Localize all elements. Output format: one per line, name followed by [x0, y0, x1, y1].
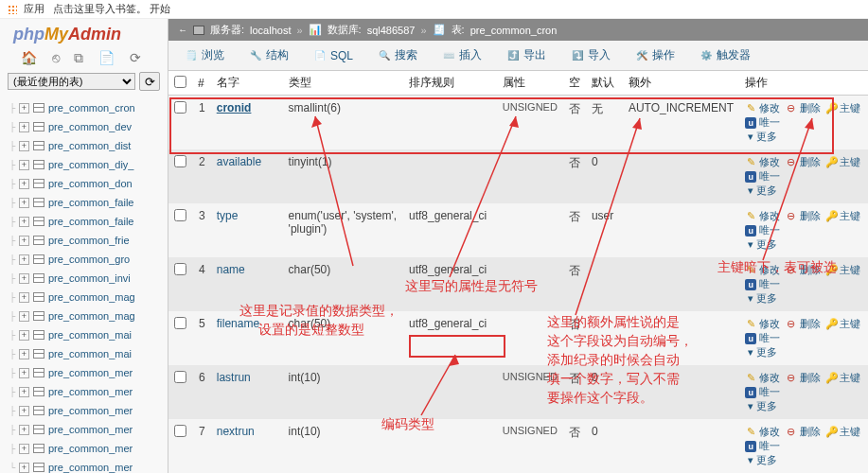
edit-link[interactable]: ✎ 修改	[745, 372, 780, 383]
tree-node[interactable]: └+pre_common_mer	[6, 458, 168, 473]
tab-7[interactable]: 🛠️操作	[625, 43, 685, 68]
tree-link[interactable]: pre_common_mag	[48, 310, 135, 322]
unique-link[interactable]: u 唯一	[745, 278, 780, 289]
row-check[interactable]	[174, 425, 186, 437]
tree-link[interactable]: pre_common_faile	[48, 197, 134, 208]
tree-expand-icon[interactable]: +	[19, 349, 29, 359]
delete-link[interactable]: ⊖ 删除	[786, 318, 821, 329]
tree-link[interactable]: pre_common_mai	[48, 348, 132, 359]
tab-8[interactable]: ⚙️触发器	[689, 43, 761, 68]
unique-link[interactable]: u 唯一	[745, 440, 780, 451]
tree-node[interactable]: ├+pre_common_mer	[6, 382, 168, 401]
recent-go-button[interactable]: ⟳	[139, 72, 160, 91]
tree-expand-icon[interactable]: +	[19, 368, 29, 378]
tree-link[interactable]: pre_common_invi	[48, 272, 131, 284]
edit-link[interactable]: ✎ 修改	[745, 426, 780, 437]
tree-expand-icon[interactable]: +	[19, 254, 29, 265]
primary-link[interactable]: 🔑 主键	[825, 264, 860, 275]
delete-link[interactable]: ⊖ 删除	[786, 210, 821, 221]
column-name[interactable]: filename	[217, 317, 259, 330]
tab-1[interactable]: 🔧结构	[239, 43, 299, 68]
check-all[interactable]	[174, 76, 186, 88]
edit-link[interactable]: ✎ 修改	[745, 156, 780, 167]
tab-4[interactable]: ⌨️插入	[432, 43, 492, 68]
row-check[interactable]	[174, 317, 186, 329]
more-link[interactable]: ▾更多	[745, 292, 777, 304]
delete-link[interactable]: ⊖ 删除	[786, 156, 821, 167]
primary-link[interactable]: 🔑 主键	[825, 426, 860, 437]
unique-link[interactable]: u 唯一	[745, 386, 780, 397]
tree-link[interactable]: pre_common_diy_	[48, 159, 134, 170]
tree-node[interactable]: ├+pre_common_invi	[6, 269, 168, 288]
tree-expand-icon[interactable]: +	[19, 311, 29, 322]
edit-link[interactable]: ✎ 修改	[745, 102, 780, 114]
tree-link[interactable]: pre_common_frie	[48, 235, 130, 246]
tree-link[interactable]: pre_common_mer	[48, 424, 133, 435]
bc-table[interactable]: pre_common_cron	[470, 25, 558, 36]
tab-0[interactable]: 🗒️浏览	[174, 43, 235, 68]
tree-link[interactable]: pre_common_gro	[48, 254, 130, 265]
tree-link[interactable]: pre_common_mer	[48, 443, 133, 454]
recent-tables-select[interactable]: (最近使用的表)	[8, 73, 135, 90]
column-name[interactable]: cronid	[217, 101, 252, 114]
tree-expand-icon[interactable]: +	[19, 444, 29, 454]
column-name[interactable]: nextrun	[217, 425, 255, 438]
tree-expand-icon[interactable]: +	[19, 387, 29, 397]
tree-link[interactable]: pre_common_mer	[48, 405, 133, 416]
tree-link[interactable]: pre_common_dev	[48, 121, 132, 132]
bc-db[interactable]: sql486587	[367, 25, 416, 36]
tree-expand-icon[interactable]: +	[19, 292, 29, 303]
tree-link[interactable]: pre_common_mai	[48, 329, 132, 341]
more-link[interactable]: ▾更多	[745, 131, 777, 142]
tree-node[interactable]: ├+pre_common_faile	[6, 212, 168, 231]
bookmark-start[interactable]: 开始	[150, 3, 170, 14]
tree-node[interactable]: ├+pre_common_mai	[6, 325, 168, 344]
unique-link[interactable]: u 唯一	[745, 332, 780, 343]
tree-expand-icon[interactable]: +	[19, 330, 29, 341]
tree-expand-icon[interactable]: +	[19, 236, 29, 246]
tree-link[interactable]: pre_common_mag	[48, 291, 135, 303]
unique-link[interactable]: u 唯一	[745, 224, 780, 236]
tree-expand-icon[interactable]: +	[19, 141, 29, 151]
tree-link[interactable]: pre_common_don	[48, 178, 133, 189]
delete-link[interactable]: ⊖ 删除	[786, 426, 821, 437]
primary-link[interactable]: 🔑 主键	[825, 156, 860, 167]
tree-node[interactable]: ├+pre_common_diy_	[6, 155, 168, 174]
row-check[interactable]	[174, 263, 186, 275]
tab-5[interactable]: ⤴️导出	[496, 43, 557, 68]
edit-link[interactable]: ✎ 修改	[745, 318, 780, 329]
tree-node[interactable]: ├+pre_common_cron	[6, 98, 168, 117]
primary-link[interactable]: 🔑 主键	[825, 102, 860, 114]
apps-grid-icon[interactable]	[8, 5, 17, 14]
primary-link[interactable]: 🔑 主键	[825, 210, 860, 221]
tree-node[interactable]: ├+pre_common_faile	[6, 193, 168, 212]
tree-node[interactable]: ├+pre_common_frie	[6, 231, 168, 250]
column-name[interactable]: lastrun	[217, 371, 251, 384]
tree-expand-icon[interactable]: +	[19, 179, 29, 189]
phpmyadmin-logo[interactable]: phpMyAdmin	[0, 19, 168, 48]
row-check[interactable]	[174, 209, 186, 221]
edit-link[interactable]: ✎ 修改	[745, 210, 780, 221]
tree-node[interactable]: ├+pre_common_mer	[6, 439, 168, 458]
tree-expand-icon[interactable]: +	[19, 406, 29, 416]
more-link[interactable]: ▾更多	[745, 238, 777, 250]
column-name[interactable]: name	[217, 263, 245, 276]
more-link[interactable]: ▾更多	[745, 184, 777, 196]
bc-server[interactable]: localhost	[250, 25, 291, 36]
sidebar-quick-icons[interactable]: 🏠 ⎋ ⧉ 📄 ⟳	[0, 48, 168, 72]
column-name[interactable]: available	[217, 155, 261, 168]
tab-6[interactable]: ⤵️导入	[560, 43, 621, 68]
delete-link[interactable]: ⊖ 删除	[786, 264, 821, 275]
tree-link[interactable]: pre_common_mer	[48, 367, 133, 378]
primary-link[interactable]: 🔑 主键	[825, 318, 860, 329]
tree-link[interactable]: pre_common_mer	[48, 386, 133, 397]
tree-expand-icon[interactable]: +	[19, 103, 29, 114]
row-check[interactable]	[174, 101, 186, 114]
nav-collapse-icon[interactable]: ←	[178, 25, 187, 35]
delete-link[interactable]: ⊖ 删除	[786, 372, 821, 383]
more-link[interactable]: ▾更多	[745, 454, 777, 465]
tree-link[interactable]: pre_common_dist	[48, 140, 131, 151]
tree-node[interactable]: ├+pre_common_don	[6, 174, 168, 193]
tree-expand-icon[interactable]: +	[19, 425, 29, 435]
tree-node[interactable]: ├+pre_common_gro	[6, 250, 168, 269]
